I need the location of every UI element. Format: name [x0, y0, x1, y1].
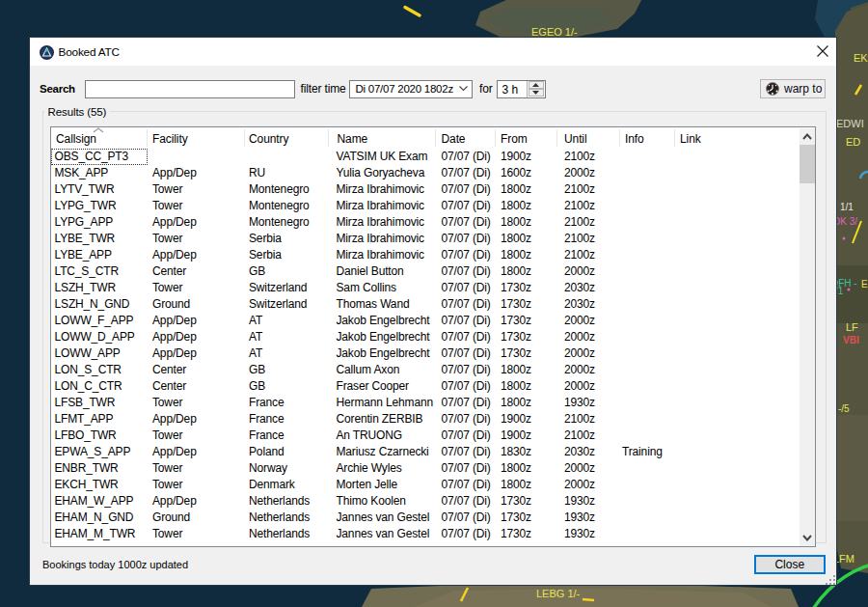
svg-text:1/1: 1/1: [840, 202, 854, 212]
svg-text:-/5: -/5: [838, 403, 850, 414]
svg-text:VBI: VBI: [843, 335, 859, 345]
svg-text:ED: ED: [846, 136, 860, 148]
svg-text:EK: EK: [854, 52, 868, 64]
svg-text:LEBG 1/-: LEBG 1/-: [536, 588, 581, 599]
svg-text:EDWI: EDWI: [836, 118, 864, 129]
svg-text:E: E: [861, 279, 868, 290]
svg-text:LF: LF: [846, 321, 858, 333]
